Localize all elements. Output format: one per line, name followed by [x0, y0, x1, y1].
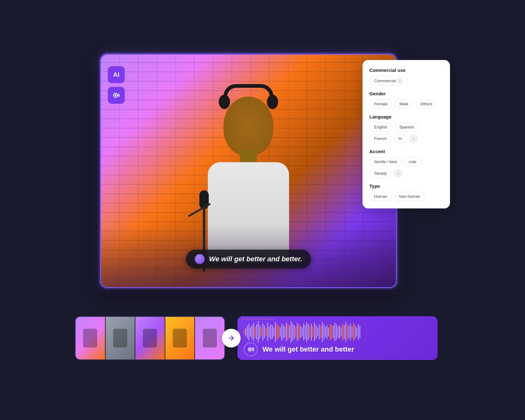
wave-bar-8 — [256, 324, 257, 340]
language-tag-french[interactable]: French — [369, 134, 391, 143]
commercial-label: Commercial — [374, 78, 396, 83]
wave-bar-7 — [255, 327, 256, 338]
wave-bar-13 — [264, 326, 265, 338]
wave-bar-51 — [323, 324, 324, 340]
wave-bar-65 — [345, 322, 346, 342]
wave-bar-16 — [269, 327, 270, 338]
gender-tag-female[interactable]: Female — [369, 99, 392, 108]
wave-bar-23 — [280, 327, 281, 337]
wave-bar-2 — [247, 326, 248, 338]
gender-tag-male[interactable]: Male — [395, 99, 413, 108]
accent-section: Accent Gentle / kind cute Steady › — [369, 149, 443, 178]
type-tag-human[interactable]: Human — [369, 192, 392, 201]
wave-bar-72 — [356, 327, 357, 337]
type-title: Type — [369, 183, 443, 189]
wave-bar-71 — [355, 325, 356, 339]
filmstrip-container: We will get better and better — [75, 310, 438, 366]
wave-bar-43 — [311, 323, 312, 341]
film-thumb-5[interactable] — [195, 317, 224, 359]
audio-bar: We will get better and better — [238, 316, 438, 360]
wave-bar-69 — [352, 327, 352, 338]
filmstrip — [75, 316, 225, 360]
wave-bar-11 — [261, 327, 262, 337]
language-tag-in[interactable]: In — [394, 134, 407, 143]
wave-bar-61 — [339, 325, 340, 339]
wave-bar-25 — [283, 325, 284, 339]
commercial-use-tags: Commercial ℹ — [369, 76, 443, 85]
audio-caption-text: We will get better and better — [262, 345, 354, 353]
wave-bar-57 — [333, 326, 334, 338]
wave-bar-58 — [334, 322, 335, 341]
wave-bar-36 — [300, 326, 301, 338]
commercial-use-section: Commercial use Commercial ℹ — [369, 68, 443, 85]
language-tag-english[interactable]: English — [369, 122, 392, 132]
wave-bar-32 — [294, 325, 295, 339]
accent-tag-gentle[interactable]: Gentle / kind — [369, 157, 402, 166]
wave-bar-74 — [359, 326, 360, 338]
language-section: Language English Spanish French In › — [369, 114, 443, 143]
film-thumb-4[interactable] — [165, 317, 195, 359]
ai-label: AI — [113, 71, 119, 78]
info-icon[interactable]: ℹ — [398, 78, 402, 83]
headphone-left — [219, 95, 230, 109]
wave-bar-50 — [322, 322, 323, 342]
film-thumb-1[interactable] — [76, 317, 106, 359]
wave-bar-47 — [317, 327, 318, 337]
wave-bar-48 — [319, 324, 320, 340]
film-thumb-2[interactable] — [106, 317, 136, 359]
wave-bar-73 — [358, 324, 359, 340]
wave-bar-68 — [350, 323, 351, 341]
wave-bar-67 — [348, 326, 349, 338]
type-section: Type Human Non-human — [369, 183, 443, 201]
subtitle-text: We will get better and better. — [209, 255, 302, 263]
headphones-band — [223, 84, 273, 97]
language-more-button[interactable]: › — [409, 134, 418, 143]
subtitle-overlay: We will get better and better. — [186, 250, 311, 268]
wave-bar-15 — [267, 322, 268, 341]
left-toolbar: AI — [108, 66, 125, 104]
wave-bar-29 — [289, 326, 290, 338]
wave-bar-37 — [302, 327, 302, 337]
language-tags: English Spanish French In › — [369, 122, 443, 143]
gender-tag-others[interactable]: Others — [416, 99, 437, 108]
type-tags: Human Non-human — [369, 192, 443, 201]
ai-button[interactable]: AI — [108, 66, 125, 83]
wave-bar-55 — [330, 323, 331, 341]
film-thumb-3[interactable] — [135, 317, 165, 359]
wave-bar-53 — [327, 325, 328, 339]
language-tag-spanish[interactable]: Spanish — [395, 122, 419, 132]
wave-bar-63 — [342, 323, 343, 341]
wave-bar-35 — [298, 324, 299, 340]
commercial-tag[interactable]: Commercial ℹ — [369, 76, 407, 85]
accent-title: Accent — [369, 149, 443, 154]
accent-more-button[interactable]: › — [394, 169, 402, 178]
wave-bar-62 — [341, 327, 342, 337]
next-arrow-button[interactable] — [222, 329, 241, 348]
wave-bar-19 — [273, 327, 274, 337]
svg-point-1 — [115, 94, 116, 96]
wave-bar-24 — [281, 323, 282, 341]
wave-bar-42 — [309, 326, 310, 338]
wave-bar-40 — [306, 322, 307, 342]
wave-bar-38 — [303, 323, 304, 341]
wave-bar-56 — [331, 325, 332, 339]
wave-bar-10 — [259, 325, 260, 339]
voice-wave-icon — [247, 345, 255, 353]
video-card: We will get better and better. — [100, 54, 397, 288]
type-tag-non-human[interactable]: Non-human — [394, 192, 425, 201]
wave-bar-9 — [258, 321, 259, 343]
accent-tag-cute[interactable]: cute — [404, 157, 421, 166]
audio-voice-icon — [244, 342, 258, 356]
language-title: Language — [369, 114, 443, 119]
headphone-right — [267, 95, 278, 109]
wave-bar-34 — [297, 322, 298, 341]
wave-bar-22 — [278, 326, 279, 338]
wave-bar-5 — [252, 325, 252, 339]
wave-bar-59 — [336, 324, 337, 340]
accent-tag-steady[interactable]: Steady — [369, 169, 391, 178]
wave-bar-0 — [244, 330, 245, 334]
wave-bar-30 — [291, 321, 292, 343]
voice-button[interactable] — [108, 87, 125, 104]
voice-icon — [112, 91, 120, 99]
wave-bar-12 — [262, 323, 263, 341]
